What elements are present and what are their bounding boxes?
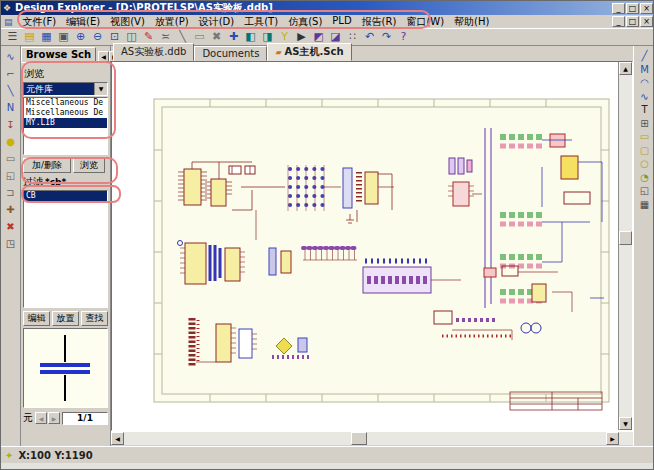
capacitor-symbol xyxy=(24,329,106,407)
scroll-left-icon[interactable]: ◀ xyxy=(111,432,124,445)
zoom-out-icon[interactable]: ⊖ xyxy=(89,29,106,45)
text-tool-icon[interactable]: T xyxy=(637,103,653,117)
pie-tool-icon[interactable]: ◔ xyxy=(637,171,653,185)
menu-help[interactable]: 帮助(H) xyxy=(449,15,494,29)
next-part-icon[interactable]: ▶ xyxy=(48,412,60,424)
status-icon: ✦ xyxy=(5,450,13,461)
schematic-canvas[interactable]: ▲ ▼ xyxy=(111,61,633,431)
menu-tools[interactable]: 工具(T) xyxy=(239,15,283,29)
cursor-coordinates: X:100 Y:1190 xyxy=(18,450,92,461)
deselect-icon[interactable]: ✖ xyxy=(208,29,225,45)
power-port-icon[interactable]: ↧ xyxy=(3,117,19,134)
place-button[interactable]: 放置 xyxy=(52,311,79,326)
window-controls: _□× xyxy=(612,3,653,14)
menu-window[interactable]: 窗口(W) xyxy=(401,15,449,29)
vertical-scrollbar[interactable]: ▲ ▼ xyxy=(618,62,632,430)
menu-edit[interactable]: 编辑(E) xyxy=(61,15,105,29)
page-indicator: 1/1 xyxy=(62,412,108,425)
library-dropdown[interactable]: 元件库 ▼ xyxy=(23,82,108,96)
sheet-symbol-icon[interactable]: ▭ xyxy=(3,151,19,168)
arc-tool-icon[interactable]: ◠ xyxy=(637,76,653,90)
save-icon[interactable]: ▦ xyxy=(38,29,55,45)
undo-icon[interactable]: ↶ xyxy=(361,29,378,45)
library-list-item-0[interactable]: Miscellaneous De xyxy=(24,98,107,108)
prev-part-icon[interactable]: ◀ xyxy=(35,412,47,424)
panel-body: 浏览 元件库 ▼ Miscellaneous DeMiscellaneous D… xyxy=(21,62,110,446)
close-button[interactable]: × xyxy=(640,16,653,27)
scroll-up-icon[interactable]: ▲ xyxy=(619,62,632,75)
rectangle-tool-icon[interactable]: ▭ xyxy=(637,130,653,144)
scroll-tabs-left-icon[interactable]: ◀ xyxy=(98,51,109,62)
net-label-icon[interactable]: N xyxy=(3,100,19,117)
minimize-button[interactable]: _ xyxy=(612,3,625,14)
menu-file[interactable]: 文件(F) xyxy=(18,15,62,29)
design-explorer-window: ❖ Design Explorer - [D:\PROTELSP\AS实验板.d… xyxy=(0,0,654,470)
select-icon[interactable]: ☰ xyxy=(4,29,21,45)
app-icon: ❖ xyxy=(3,3,11,13)
redo-icon[interactable]: ↷ xyxy=(378,29,395,45)
window-bottom-edge xyxy=(1,463,654,470)
bezier-tool-icon[interactable]: ∿ xyxy=(637,90,653,104)
graphic-tool-icon[interactable]: ◱ xyxy=(637,184,653,198)
find-button[interactable]: 查找 xyxy=(81,311,108,326)
library-list: Miscellaneous DeMiscellaneous DeMY.LIB xyxy=(23,97,108,155)
menu-pld[interactable]: PLD xyxy=(327,15,356,29)
part-action-buttons: 编辑 放置 查找 xyxy=(23,311,108,326)
move-part-icon[interactable]: ✚ xyxy=(225,29,242,45)
zoom-in-icon[interactable]: ⊕ xyxy=(72,29,89,45)
document-icon: ▤ xyxy=(4,17,13,27)
bus-entry-icon[interactable]: ╲ xyxy=(3,83,19,100)
status-bar: ✦ X:100 Y:1190 xyxy=(1,446,654,463)
help-icon[interactable]: ? xyxy=(395,29,412,45)
horizontal-scrollbar[interactable]: ◀ ▶ xyxy=(111,431,633,445)
menu-place[interactable]: 放置(P) xyxy=(150,15,194,29)
menu-view[interactable]: 视图(V) xyxy=(105,15,150,29)
directive-icon[interactable]: ◳ xyxy=(3,236,19,253)
add-remove-button[interactable]: 加/删除 xyxy=(23,158,71,173)
tab-browse-sch[interactable]: Browse Sch xyxy=(21,47,96,62)
vscroll-thumb[interactable] xyxy=(619,231,632,245)
menu-design[interactable]: 设计(D) xyxy=(194,15,240,29)
restore-button[interactable]: □ xyxy=(626,3,639,14)
filter-row: 过滤 *cb* xyxy=(23,175,108,189)
text-frame-icon[interactable]: ⊞ xyxy=(637,117,653,131)
tab-documents[interactable]: Documents xyxy=(194,46,267,61)
scroll-right-icon[interactable]: ▶ xyxy=(606,432,619,445)
wire-icon[interactable]: ∿ xyxy=(3,49,19,66)
wiring-toolbar: ∿⌐╲N↧●▭◱⊐✚✖◳ xyxy=(1,46,21,446)
scroll-down-icon[interactable]: ▼ xyxy=(619,417,632,430)
restore-button[interactable]: □ xyxy=(626,16,639,27)
minimize-button[interactable]: _ xyxy=(612,16,625,27)
tab-as-shiyanban-ddb[interactable]: AS实验板.ddb xyxy=(113,43,194,61)
filter-value[interactable]: *cb* xyxy=(45,177,66,187)
menu-simulate[interactable]: 仿真(S) xyxy=(283,15,327,29)
browse-button[interactable]: 浏览 xyxy=(73,158,105,173)
chevron-down-icon[interactable]: ▼ xyxy=(94,83,107,95)
place-part-icon[interactable]: ● xyxy=(3,134,19,151)
ellipse-tool-icon[interactable]: ○ xyxy=(637,157,653,171)
round-rect-tool-icon[interactable]: ▢ xyxy=(637,144,653,158)
no-erc-icon[interactable]: ✖ xyxy=(3,219,19,236)
sheet-entry-icon[interactable]: ◱ xyxy=(3,168,19,185)
edit-button[interactable]: 编辑 xyxy=(23,311,50,326)
title-bar[interactable]: ❖ Design Explorer - [D:\PROTELSP\AS实验板.d… xyxy=(1,1,654,15)
schematic-sheet[interactable] xyxy=(112,62,620,430)
hscroll-thumb[interactable] xyxy=(351,432,367,445)
open-document-icon[interactable]: ▤ xyxy=(21,29,38,45)
line-tool-icon[interactable]: ╱ xyxy=(637,49,653,63)
parts-list-item-0[interactable]: CB xyxy=(24,191,107,201)
tab-as-zhuji-sch[interactable]: ▰AS主机.Sch xyxy=(267,43,351,61)
part-browser-icon[interactable]: ◧ xyxy=(242,29,259,45)
library-list-item-2[interactable]: MY.LIB xyxy=(24,118,107,128)
port-icon[interactable]: ⊐ xyxy=(3,185,19,202)
library-list-item-1[interactable]: Miscellaneous De xyxy=(24,108,107,118)
part-page-nav: ◀▶ xyxy=(35,412,60,424)
print-icon[interactable]: ▣ xyxy=(55,29,72,45)
library-buttons: 加/删除 浏览 xyxy=(23,158,108,173)
bus-icon[interactable]: ⌐ xyxy=(3,66,19,83)
polygon-tool-icon[interactable]: M xyxy=(637,63,653,77)
close-button[interactable]: × xyxy=(640,3,653,14)
junction-icon[interactable]: ✚ xyxy=(3,202,19,219)
menu-reports[interactable]: 报告(R) xyxy=(357,15,402,29)
array-paste-icon[interactable]: ▦ xyxy=(637,198,653,212)
